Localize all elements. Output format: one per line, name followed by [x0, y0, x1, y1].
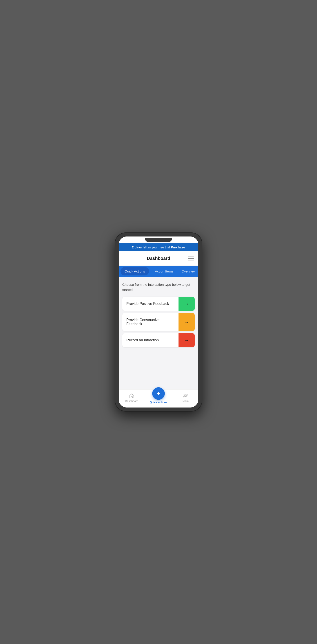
nav-dashboard-label: Dashboard — [125, 400, 138, 403]
header: Dashboard — [119, 251, 198, 266]
fab-button[interactable]: + — [152, 387, 165, 400]
hamburger-icon — [188, 258, 194, 259]
record-infraction-button[interactable]: → — [179, 333, 195, 347]
arrow-right-icon: → — [184, 301, 189, 306]
tab-action-items[interactable]: Action Items — [151, 266, 178, 276]
plus-icon: + — [157, 390, 160, 397]
tab-overview[interactable]: Overview — [177, 266, 198, 276]
arrow-right-icon: → — [184, 338, 189, 343]
nav-item-team[interactable]: Team — [177, 393, 193, 403]
phone-screen: 2 days left in your free trial Purchase … — [119, 236, 198, 408]
svg-point-1 — [186, 394, 188, 396]
nav-item-dashboard[interactable]: Dashboard — [124, 393, 140, 403]
record-infraction-label: Record an Infraction — [122, 333, 179, 347]
main-content: Choose from the interaction type below t… — [119, 277, 198, 389]
phone-frame: 2 days left in your free trial Purchase … — [115, 232, 202, 412]
trial-purchase-link[interactable]: Purchase — [171, 246, 185, 249]
hamburger-icon — [188, 256, 194, 257]
notch — [145, 238, 172, 242]
hamburger-icon — [188, 260, 194, 260]
record-infraction-card[interactable]: Record an Infraction → — [122, 333, 195, 347]
positive-feedback-card[interactable]: Provide Positive Feedback → — [122, 297, 195, 311]
arrow-right-icon: → — [184, 320, 189, 325]
constructive-feedback-card[interactable]: Provide Constructive Feedback → — [122, 313, 195, 331]
tab-bar: Quick Actions Action Items Overview Rece… — [119, 266, 198, 277]
positive-feedback-button[interactable]: → — [179, 297, 195, 311]
nav-quick-actions-label: Quick actions — [150, 401, 167, 404]
trial-banner[interactable]: 2 days left in your free trial Purchase — [119, 243, 198, 251]
home-icon — [129, 393, 135, 399]
trial-text: in your free trial — [148, 246, 171, 249]
constructive-feedback-button[interactable]: → — [179, 313, 195, 331]
nav-team-label: Team — [182, 400, 189, 403]
team-icon — [182, 393, 188, 399]
nav-item-quick-actions[interactable]: + Quick actions — [150, 392, 167, 404]
bottom-navigation: Dashboard + Quick actions — [119, 389, 198, 408]
page-title: Dashboard — [147, 256, 170, 261]
menu-button[interactable] — [187, 256, 195, 262]
constructive-feedback-label: Provide Constructive Feedback — [122, 313, 179, 331]
positive-feedback-label: Provide Positive Feedback — [122, 297, 179, 311]
svg-point-0 — [184, 394, 185, 396]
intro-text: Choose from the interaction type below t… — [122, 282, 195, 292]
status-bar — [119, 236, 198, 243]
trial-days-bold: 2 days left — [132, 246, 147, 249]
tab-quick-actions[interactable]: Quick Actions — [120, 267, 149, 276]
